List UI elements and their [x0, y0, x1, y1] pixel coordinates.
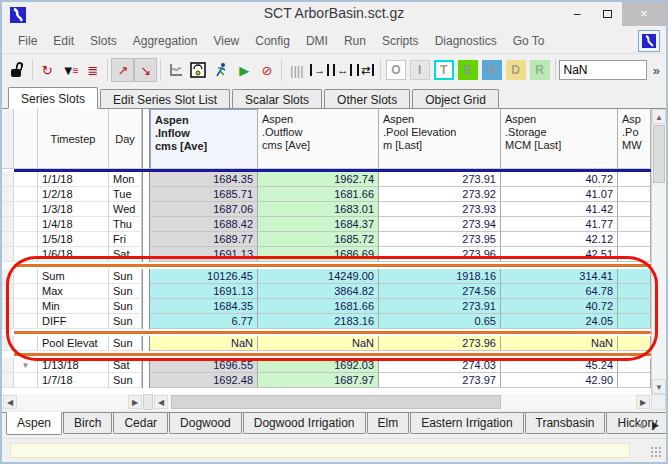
object-tab-birch[interactable]: Birch: [63, 413, 112, 434]
timestep-cell[interactable]: 1/7/18: [38, 373, 109, 388]
value-cell-outflow[interactable]: 1686.69: [258, 247, 379, 262]
value-cell-storage[interactable]: 40.72: [501, 299, 618, 314]
expand-cell-icon[interactable]: ↗: [111, 58, 134, 82]
timestep-cell[interactable]: 1/4/18: [38, 217, 109, 232]
value-cell-storage[interactable]: 41.77: [501, 217, 618, 232]
tab-other-slots[interactable]: Other Slots: [324, 89, 410, 108]
status-message-field[interactable]: [10, 443, 630, 458]
row-list-icon[interactable]: ≣: [82, 58, 105, 82]
value-cell-pool[interactable]: 273.94: [379, 217, 501, 232]
value-cell-inflow[interactable]: 1684.35: [150, 172, 258, 187]
value-cell-inflow[interactable]: 1684.35: [150, 299, 258, 314]
value-cell-pool[interactable]: 273.96: [379, 336, 501, 351]
fit-window-icon[interactable]: ↔: [331, 58, 354, 82]
value-cell-inflow[interactable]: 1692.48: [150, 373, 258, 388]
value-cell-outflow[interactable]: 14249.00: [258, 269, 379, 284]
stretch-columns-icon[interactable]: ⇄: [354, 58, 377, 82]
flag-m-button[interactable]: M: [482, 60, 502, 80]
lock-icon[interactable]: [6, 58, 29, 82]
value-cell-outflow[interactable]: NaN: [258, 336, 379, 351]
day-cell[interactable]: Sun: [109, 269, 142, 284]
value-cell-pool[interactable]: 1918.16: [379, 269, 501, 284]
flag-o-button[interactable]: O: [386, 60, 406, 80]
value-cell-outflow[interactable]: 1684.37: [258, 217, 379, 232]
value-cell-pool[interactable]: 273.96: [379, 247, 501, 262]
value-cell-outflow[interactable]: 1692.03: [258, 358, 379, 373]
data-columns-scrollbar[interactable]: ◀ ▶: [153, 394, 651, 410]
object-tab-transbasin[interactable]: Transbasin: [525, 413, 606, 434]
object-tab-elm[interactable]: Elm: [367, 413, 410, 434]
value-cell-power[interactable]: [618, 358, 651, 373]
value-cell-pool[interactable]: 274.56: [379, 284, 501, 299]
gauge-icon[interactable]: [187, 58, 210, 82]
value-cell-pool[interactable]: 273.95: [379, 232, 501, 247]
day-cell[interactable]: Fri: [109, 232, 142, 247]
value-cell-power[interactable]: [618, 187, 651, 202]
value-cell-power[interactable]: [618, 314, 651, 329]
value-cell-inflow[interactable]: 10126.45: [150, 269, 258, 284]
value-cell-storage[interactable]: 42.51: [501, 247, 618, 262]
pane-splitter[interactable]: [142, 109, 150, 169]
value-cell-inflow[interactable]: 1691.13: [150, 284, 258, 299]
column-header-inflow[interactable]: Aspen.Inflowcms [Ave]: [150, 109, 258, 169]
scroll-down-icon[interactable]: ▼: [652, 379, 666, 394]
cancel-run-icon[interactable]: ⊘: [256, 58, 279, 82]
value-cell-pool[interactable]: 273.92: [379, 187, 501, 202]
menu-config[interactable]: Config: [247, 30, 298, 52]
value-cell-inflow[interactable]: 1688.42: [150, 217, 258, 232]
menu-aggregation[interactable]: Aggregation: [125, 30, 206, 52]
more-tools-button[interactable]: »: [647, 62, 667, 79]
vertical-scroll-thumb[interactable]: [653, 125, 665, 183]
flag-b-button[interactable]: B: [458, 60, 478, 80]
menu-go-to[interactable]: Go To: [505, 30, 553, 52]
value-cell-outflow[interactable]: 1962.74: [258, 172, 379, 187]
resize-grip[interactable]: [650, 446, 661, 457]
value-cell-outflow[interactable]: 1683.01: [258, 202, 379, 217]
plot-icon[interactable]: [164, 58, 187, 82]
object-tab-dogwood[interactable]: Dogwood: [169, 413, 242, 434]
object-tab-aspen[interactable]: Aspen: [6, 412, 62, 435]
value-cell-pool[interactable]: 273.91: [379, 299, 501, 314]
riverware-workspace-button[interactable]: [638, 30, 660, 52]
timestep-cell[interactable]: 1/6/18: [38, 247, 109, 262]
scroll-right-icon[interactable]: ▶: [128, 395, 142, 409]
timestep-cell[interactable]: Pool Elevat: [38, 336, 109, 351]
day-cell[interactable]: Sun: [109, 314, 142, 329]
tab-scalar-slots[interactable]: Scalar Slots: [232, 89, 322, 108]
tab-series-slots[interactable]: Series Slots: [8, 87, 98, 109]
scroll-right-icon[interactable]: ▶: [636, 395, 650, 409]
menu-view[interactable]: View: [205, 30, 247, 52]
column-header-storage[interactable]: Aspen.StorageMCM [Last]: [501, 109, 618, 169]
value-cell-outflow[interactable]: 1681.66: [258, 299, 379, 314]
value-cell-inflow[interactable]: 1696.55: [150, 358, 258, 373]
value-cell-storage[interactable]: 41.42: [501, 202, 618, 217]
value-cell-storage[interactable]: 42.90: [501, 373, 618, 388]
value-cell-power[interactable]: [618, 269, 651, 284]
tabs-scroll-right-icon[interactable]: ▶: [648, 416, 663, 433]
titlebar[interactable]: SCT ArborBasin.sct.gz – ×: [2, 2, 666, 28]
day-cell[interactable]: Sun: [109, 373, 142, 388]
value-cell-power[interactable]: [618, 232, 651, 247]
day-column-header[interactable]: Day: [109, 109, 142, 169]
timestep-cell[interactable]: Sum: [38, 269, 109, 284]
value-cell-inflow[interactable]: 1687.06: [150, 202, 258, 217]
filter-rows-icon[interactable]: ▼≡: [59, 58, 82, 82]
column-header-pool[interactable]: Aspen.Pool Elevationm [Last]: [379, 109, 501, 169]
value-cell-pool[interactable]: 274.03: [379, 358, 501, 373]
value-cell-pool[interactable]: 273.97: [379, 373, 501, 388]
value-cell-power[interactable]: [618, 247, 651, 262]
cycle-arrows-icon[interactable]: ↻: [36, 58, 59, 82]
maximize-button[interactable]: [592, 2, 622, 26]
close-button[interactable]: ×: [622, 2, 666, 26]
value-cell-outflow[interactable]: 1685.72: [258, 232, 379, 247]
tab-object-grid[interactable]: Object Grid: [412, 89, 499, 108]
column-header-outflow[interactable]: Aspen.Outflowcms [Ave]: [258, 109, 379, 169]
timestep-column-header[interactable]: Timestep: [38, 109, 109, 169]
object-tab-eastern-irrigation[interactable]: Eastern Irrigation: [410, 413, 523, 434]
horizontal-scroll-thumb[interactable]: [171, 395, 501, 409]
collapse-cell-icon[interactable]: ↘: [134, 58, 157, 82]
day-cell[interactable]: Sat: [109, 358, 142, 373]
value-cell-storage[interactable]: 314.41: [501, 269, 618, 284]
value-cell-power[interactable]: [618, 202, 651, 217]
value-cell-pool[interactable]: 273.93: [379, 202, 501, 217]
